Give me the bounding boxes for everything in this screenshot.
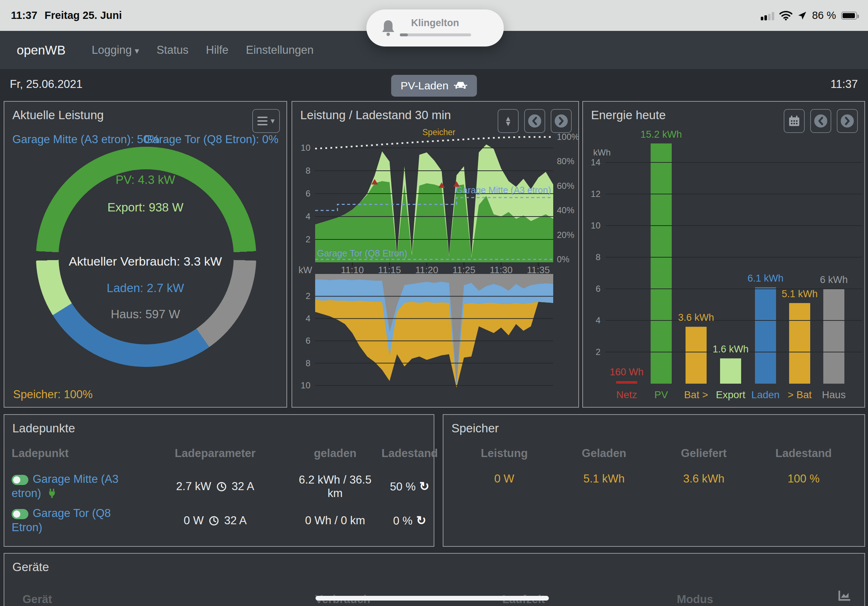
svg-text:10: 10 bbox=[591, 221, 600, 230]
ladeparameter-value: 2.7 kW 32 A bbox=[137, 480, 293, 493]
nav-item-logging[interactable]: Logging▾ bbox=[91, 43, 139, 57]
svg-text:160 Wh: 160 Wh bbox=[609, 366, 643, 377]
chargepoint-link-garage-mitte[interactable]: Garage Mitte (A3 etron) bbox=[12, 472, 137, 501]
chart-scale-button[interactable]: ▲▼ bbox=[498, 109, 519, 133]
col-header: Geliefert bbox=[654, 447, 754, 460]
calendar-button[interactable] bbox=[784, 109, 805, 133]
svg-text:80%: 80% bbox=[557, 156, 574, 166]
current-date: Fr, 25.06.2021 bbox=[10, 78, 82, 91]
chargepoint-toggle[interactable] bbox=[12, 509, 28, 519]
nav-item-status[interactable]: Status bbox=[157, 43, 189, 57]
area-chart-icon[interactable] bbox=[838, 590, 851, 601]
svg-text:Garage Mitte (A3 etron): Garage Mitte (A3 etron) bbox=[456, 185, 551, 195]
refresh-soc-icon[interactable]: ↻ bbox=[416, 514, 426, 527]
svg-text:11:25: 11:25 bbox=[453, 264, 476, 275]
clock-icon bbox=[209, 516, 219, 526]
panel-speicher: Speicher Leistung Geladen Geliefert Lade… bbox=[443, 414, 865, 547]
nav-item-hilfe[interactable]: Hilfe bbox=[206, 43, 229, 57]
energy-next-button[interactable] bbox=[837, 109, 858, 133]
col-header: Geladen bbox=[554, 447, 654, 460]
volume-slider[interactable] bbox=[400, 33, 471, 36]
charge-mode-button[interactable]: PV-Laden bbox=[391, 75, 477, 97]
energy-prev-button[interactable] bbox=[810, 109, 831, 133]
svg-text:4: 4 bbox=[596, 315, 600, 325]
energy-bar-chart: kWh2468101214160 WhNetz15.2 kWhPV3.6 kWh… bbox=[583, 102, 866, 408]
brand-openwb[interactable]: openWB bbox=[17, 43, 65, 57]
chargepoint-link-garage-tor[interactable]: Garage Tor (Q8 Etron) bbox=[12, 507, 137, 535]
speicher-values-row: 0 W 5.1 kWh 3.6 kWh 100 % bbox=[454, 472, 854, 485]
speicher-leistung: 0 W bbox=[454, 472, 554, 485]
svg-text:15.2 kWh: 15.2 kWh bbox=[640, 129, 682, 140]
clock-icon bbox=[217, 482, 226, 492]
table-row: Garage Mitte (A3 etron) 2.7 kW 32 A 6.2 … bbox=[12, 472, 426, 501]
svg-text:11:15: 11:15 bbox=[378, 264, 401, 275]
panel-title: Leistung / Ladestand 30 min bbox=[300, 108, 451, 122]
panel-title: Aktuelle Leistung bbox=[12, 108, 104, 122]
refresh-soc-icon[interactable]: ↻ bbox=[420, 479, 429, 493]
svg-text:kWh: kWh bbox=[593, 147, 611, 157]
chargepoint1-soc-text: Garage Mitte (A3 etron): 50% bbox=[12, 133, 160, 146]
geladen-value: 0 Wh / 0 km bbox=[293, 514, 377, 527]
table-row: Garage Tor (Q8 Etron) 0 W 32 A 0 Wh / 0 … bbox=[12, 507, 426, 535]
donut-pv-value: PV: 4.3 kW bbox=[5, 173, 287, 187]
col-header: Ladepunkt bbox=[12, 447, 137, 460]
svg-text:3.6 kWh: 3.6 kWh bbox=[678, 312, 714, 323]
cellular-signal-icon bbox=[761, 11, 774, 20]
svg-text:PV: PV bbox=[654, 389, 668, 400]
svg-text:Haus: Haus bbox=[822, 389, 845, 400]
timeline-chart: 2244668810100%20%40%60%80%100%kW11:1011:… bbox=[292, 102, 580, 408]
panel-title: Speicher bbox=[451, 421, 499, 435]
svg-text:6 kWh: 6 kWh bbox=[820, 274, 848, 285]
location-arrow-icon bbox=[797, 11, 807, 20]
chevron-right-circle-icon bbox=[554, 114, 568, 128]
svg-text:6: 6 bbox=[596, 284, 600, 294]
svg-text:kW: kW bbox=[298, 264, 312, 275]
donut-verbrauch-value: Aktueller Verbrauch: 3.3 kW bbox=[5, 254, 287, 269]
svg-text:2: 2 bbox=[306, 291, 310, 301]
svg-text:> Bat: > Bat bbox=[788, 389, 812, 400]
chargepoint2-soc-text: Garage Tor (Q8 Etron): 0% bbox=[144, 133, 278, 146]
battery-percent: 86 % bbox=[812, 9, 836, 22]
svg-text:5.1 kWh: 5.1 kWh bbox=[781, 289, 817, 299]
nav-item-einstellungen[interactable]: Einstellungen bbox=[246, 43, 314, 57]
panel-title: Energie heute bbox=[591, 108, 666, 122]
hamburger-icon bbox=[257, 117, 268, 125]
donut-export-value: Export: 938 W bbox=[5, 201, 287, 214]
panel-ladepunkte: Ladepunkte Ladepunkt Ladeparameter gelad… bbox=[4, 414, 434, 547]
svg-text:Bat >: Bat > bbox=[684, 389, 708, 400]
donut-laden-value: Laden: 2.7 kW bbox=[5, 281, 287, 295]
svg-text:8: 8 bbox=[596, 252, 600, 262]
chevron-left-circle-icon bbox=[814, 114, 828, 128]
svg-text:11:35: 11:35 bbox=[527, 264, 550, 275]
col-header: Ladeparameter bbox=[137, 447, 293, 460]
chevron-down-icon: ▾ bbox=[270, 116, 274, 126]
svg-text:Export: Export bbox=[716, 389, 746, 400]
svg-text:8: 8 bbox=[306, 358, 310, 368]
svg-text:0%: 0% bbox=[557, 254, 570, 264]
subheader: Fr, 25.06.2021 PV-Laden 11:37 bbox=[0, 69, 868, 101]
svg-text:2: 2 bbox=[596, 347, 600, 357]
status-time: 11:37 bbox=[11, 9, 37, 22]
chart-prev-button[interactable] bbox=[524, 109, 545, 133]
chargepoint-toggle[interactable] bbox=[12, 475, 28, 485]
col-header: Modus bbox=[677, 593, 713, 606]
svg-text:Netz: Netz bbox=[616, 389, 637, 400]
volume-label: Klingelton bbox=[366, 17, 504, 29]
col-header: Gerät bbox=[23, 593, 52, 606]
svg-text:11:20: 11:20 bbox=[415, 264, 438, 275]
panel-title: Geräte bbox=[12, 560, 49, 574]
svg-text:6: 6 bbox=[306, 189, 310, 198]
svg-text:4: 4 bbox=[306, 314, 310, 323]
volume-overlay: Klingelton bbox=[366, 9, 504, 46]
car-icon bbox=[454, 81, 467, 90]
panel-title: Ladepunkte bbox=[12, 421, 75, 435]
chart-next-button[interactable] bbox=[551, 109, 572, 133]
donut-haus-value: Haus: 597 W bbox=[5, 308, 287, 321]
svg-text:40%: 40% bbox=[557, 205, 574, 215]
svg-text:11:10: 11:10 bbox=[341, 264, 364, 275]
chevron-right-circle-icon bbox=[840, 114, 854, 128]
svg-text:10: 10 bbox=[301, 143, 310, 153]
donut-menu-button[interactable]: ▾ bbox=[252, 109, 280, 133]
home-indicator[interactable] bbox=[316, 596, 549, 601]
panel-leistung-ladestand: 2244668810100%20%40%60%80%100%kW11:1011:… bbox=[291, 101, 579, 408]
